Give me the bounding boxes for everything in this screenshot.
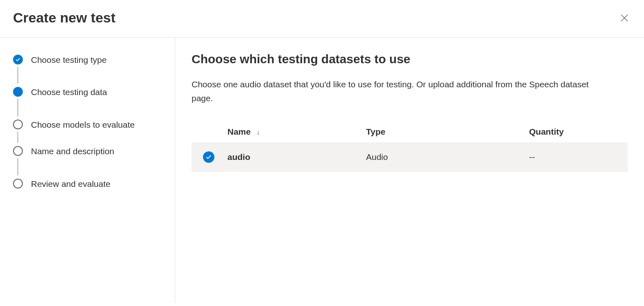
- checkmark-icon: [205, 154, 212, 160]
- step-connector: [17, 99, 18, 116]
- table-row[interactable]: audio Audio --: [192, 142, 628, 172]
- wizard-step-choose-models[interactable]: Choose models to evaluate: [13, 119, 162, 145]
- checkmark-icon: [15, 57, 21, 62]
- step-marker-current: [13, 87, 23, 97]
- wizard-steps-list: Choose testing type Choose testing data …: [13, 54, 162, 190]
- column-header-type-label: Type: [366, 127, 385, 136]
- step-label: Choose models to evaluate: [31, 120, 135, 129]
- main-content: Choose which testing datasets to use Cho…: [175, 38, 644, 303]
- step-marker-pending: [13, 179, 23, 188]
- column-header-quantity[interactable]: Quantity: [523, 121, 628, 142]
- column-header-select: [192, 121, 221, 142]
- section-description: Choose one audio dataset that you'd like…: [192, 78, 607, 105]
- table-header-row: Name ↓ Type Quantity: [192, 121, 628, 142]
- dialog-title: Create new test: [13, 10, 115, 26]
- wizard-step-choose-testing-type[interactable]: Choose testing type: [13, 54, 162, 86]
- datasets-table: Name ↓ Type Quantity: [192, 121, 628, 172]
- wizard-steps-sidebar: Choose testing type Choose testing data …: [0, 38, 175, 303]
- sort-descending-icon: ↓: [256, 128, 260, 137]
- row-select-cell[interactable]: [192, 142, 221, 172]
- step-marker-pending: [13, 120, 23, 129]
- step-connector: [17, 67, 18, 84]
- step-marker-pending: [13, 146, 23, 156]
- wizard-step-choose-testing-data[interactable]: Choose testing data: [13, 86, 162, 118]
- step-connector: [17, 158, 18, 175]
- wizard-step-name-description[interactable]: Name and description: [13, 145, 162, 177]
- close-icon: [620, 13, 629, 23]
- column-header-type[interactable]: Type: [359, 121, 523, 142]
- step-label: Review and evaluate: [31, 179, 110, 188]
- step-marker-completed: [13, 55, 23, 64]
- close-button[interactable]: [618, 11, 631, 24]
- section-title: Choose which testing datasets to use: [192, 52, 628, 66]
- step-connector: [17, 132, 18, 143]
- row-type-cell: Audio: [359, 142, 523, 172]
- dialog-header: Create new test: [0, 0, 644, 38]
- row-quantity-cell: --: [523, 142, 628, 172]
- row-name-cell: audio: [221, 142, 359, 172]
- column-header-quantity-label: Quantity: [529, 127, 564, 136]
- column-header-name-label: Name: [227, 127, 251, 136]
- step-label: Choose testing data: [31, 87, 107, 97]
- dialog-body: Choose testing type Choose testing data …: [0, 38, 644, 303]
- step-label: Choose testing type: [31, 55, 107, 64]
- step-label: Name and description: [31, 146, 114, 156]
- row-selected-indicator[interactable]: [203, 151, 214, 163]
- column-header-name[interactable]: Name ↓: [221, 121, 359, 142]
- wizard-step-review-evaluate[interactable]: Review and evaluate: [13, 178, 162, 190]
